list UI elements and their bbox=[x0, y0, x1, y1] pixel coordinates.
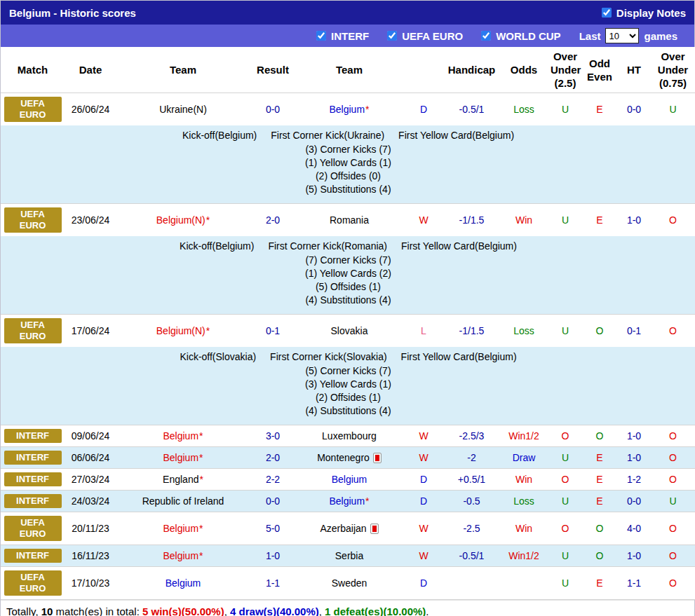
detail-headline-item: Kick-off(Belgium) bbox=[180, 240, 254, 253]
filter-checkbox[interactable] bbox=[387, 31, 397, 41]
filter-checkbox[interactable] bbox=[316, 31, 326, 41]
odd-even-value: E bbox=[581, 447, 618, 469]
red-card-icon bbox=[373, 453, 382, 463]
history-table: Match Date Team Result Team Handicap Odd… bbox=[1, 47, 695, 600]
home-team-cell: Belgium* bbox=[116, 447, 250, 469]
result-letter: L bbox=[403, 315, 445, 348]
over-under-075-value: O bbox=[650, 567, 695, 600]
home-team-cell: Belgium(N)* bbox=[116, 204, 250, 237]
full-time-score: 1-0 bbox=[250, 545, 296, 567]
competition-cell: UEFA EURO bbox=[1, 567, 65, 600]
match-date: 27/03/24 bbox=[65, 469, 116, 491]
away-team-cell: Montenegro bbox=[296, 447, 403, 469]
advantage-star: * bbox=[199, 474, 203, 485]
odd-even-value: O bbox=[581, 512, 618, 545]
col-header-team-away: Team bbox=[296, 47, 403, 93]
match-detail-cell: Kick-off(Slovakia)First Corner Kick(Slov… bbox=[1, 347, 695, 425]
table-header-row: Match Date Team Result Team Handicap Odd… bbox=[1, 47, 695, 93]
away-team-name: Sweden bbox=[332, 577, 367, 589]
odd-even-value: E bbox=[581, 469, 618, 491]
result-letter: D bbox=[403, 93, 445, 126]
over-under-25-value: U bbox=[549, 545, 581, 567]
match-date: 17/10/23 bbox=[65, 567, 116, 600]
match-detail-row: Kick-off(Slovakia)First Corner Kick(Slov… bbox=[1, 347, 695, 425]
filter-interf[interactable]: INTERF bbox=[316, 30, 369, 42]
filter-uefa-euro[interactable]: UEFA EURO bbox=[387, 30, 463, 42]
half-time-score: 1-0 bbox=[618, 204, 650, 237]
over-under-25-value: O bbox=[549, 512, 581, 545]
filter-checkbox[interactable] bbox=[481, 31, 491, 41]
detail-headline: Kick-off(Belgium)First Corner Kick(Roman… bbox=[1, 238, 695, 254]
half-time-score: 1-0 bbox=[618, 425, 650, 447]
summary-segment: , bbox=[319, 605, 325, 616]
away-team-name: Montenegro bbox=[317, 452, 370, 463]
advantage-star: * bbox=[199, 550, 203, 561]
over-under-075-value: O bbox=[650, 545, 695, 567]
over-under-075-value: O bbox=[650, 512, 695, 545]
match-row: INTERF27/03/24England*2-2BelgiumD+0.5/1W… bbox=[1, 469, 695, 491]
summary-segment: 4 draw(s)(40.00%) bbox=[230, 605, 319, 616]
handicap-outcome: Win bbox=[499, 512, 549, 545]
advantage-star: * bbox=[365, 104, 369, 115]
home-team-cell: Republic of Ireland bbox=[116, 491, 250, 512]
handicap-outcome bbox=[499, 567, 549, 600]
home-team-name: Republic of Ireland bbox=[142, 495, 224, 507]
detail-headline-item: First Corner Kick(Ukraine) bbox=[271, 129, 384, 142]
away-team-cell: Azerbaijan bbox=[296, 512, 403, 545]
match-row: INTERF24/03/24Republic of Ireland0-0Belg… bbox=[1, 491, 695, 512]
filter-bar: INTERFUEFA EUROWORLD CUP Last 10 games bbox=[1, 25, 694, 47]
col-header-team-home: Team bbox=[116, 47, 250, 93]
full-time-score: 5-0 bbox=[250, 512, 296, 545]
historic-scores-panel: Belgium - Historic scores Display Notes … bbox=[0, 0, 695, 616]
competition-cell: UEFA EURO bbox=[1, 315, 65, 348]
filter-world-cup[interactable]: WORLD CUP bbox=[481, 30, 561, 42]
over-under-075-value: O bbox=[650, 447, 695, 469]
match-row: UEFA EURO17/06/24Belgium(N)*0-1SlovakiaL… bbox=[1, 315, 695, 348]
handicap-value: -2 bbox=[445, 447, 499, 469]
detail-stat-line: (1) Yellow Cards (2) bbox=[1, 267, 695, 280]
odd-even-value: E bbox=[581, 567, 618, 600]
detail-stat-line: (5) Corner Kicks (7) bbox=[1, 364, 695, 378]
handicap-value: -0.5 bbox=[445, 491, 499, 512]
home-team-cell: Belgium bbox=[116, 567, 250, 600]
col-header-odds: Odds bbox=[499, 47, 549, 93]
detail-headline-item: Kick-off(Slovakia) bbox=[180, 350, 256, 364]
handicap-outcome: Win1/2 bbox=[499, 545, 549, 567]
home-team-name: Belgium(N) bbox=[156, 214, 205, 226]
away-team-name: Belgium bbox=[332, 474, 367, 485]
detail-headline-item: First Corner Kick(Slovakia) bbox=[270, 350, 386, 364]
competition-badge: UEFA EURO bbox=[4, 207, 62, 233]
home-team-name: Ukraine(N) bbox=[159, 104, 207, 115]
col-header-ht: HT bbox=[618, 47, 650, 93]
handicap-value: -1/1.5 bbox=[445, 315, 499, 348]
last-games-group: Last 10 games bbox=[579, 28, 677, 43]
odd-even-value: O bbox=[581, 545, 618, 567]
half-time-score: 0-0 bbox=[618, 491, 650, 512]
detail-stat-line: (4) Substitutions (4) bbox=[1, 294, 695, 307]
competition-filters: INTERFUEFA EUROWORLD CUP bbox=[316, 30, 561, 42]
over-under-075-value: O bbox=[650, 469, 695, 491]
half-time-score: 0-1 bbox=[618, 315, 650, 348]
summary-segment: Totally, bbox=[6, 605, 41, 616]
match-date: 06/06/24 bbox=[65, 447, 116, 469]
col-header-wdl bbox=[403, 47, 445, 93]
page-title: Belgium - Historic scores bbox=[9, 7, 136, 19]
over-under-075-value: U bbox=[650, 93, 695, 126]
col-header-handicap: Handicap bbox=[445, 47, 499, 93]
result-letter: W bbox=[403, 512, 445, 545]
display-notes-toggle[interactable]: Display Notes bbox=[602, 7, 686, 19]
advantage-star: * bbox=[365, 495, 369, 507]
last-games-select[interactable]: 10 bbox=[605, 28, 639, 43]
match-row: INTERF06/06/24Belgium*2-0MontenegroW-2Dr… bbox=[1, 447, 695, 469]
result-letter: D bbox=[403, 491, 445, 512]
away-team-name: Belgium bbox=[329, 495, 365, 507]
display-notes-checkbox[interactable] bbox=[602, 8, 612, 18]
match-row: UEFA EURO17/10/23Belgium1-1SwedenDUE1-1O bbox=[1, 567, 695, 600]
match-date: 09/06/24 bbox=[65, 425, 116, 447]
detail-stat-line: (3) Corner Kicks (7) bbox=[1, 143, 695, 156]
over-under-25-value: O bbox=[549, 425, 581, 447]
full-time-score: 3-0 bbox=[250, 425, 296, 447]
home-team-cell: Belgium* bbox=[116, 512, 250, 545]
half-time-score: 1-2 bbox=[618, 469, 650, 491]
home-team-name: Belgium bbox=[166, 577, 201, 589]
